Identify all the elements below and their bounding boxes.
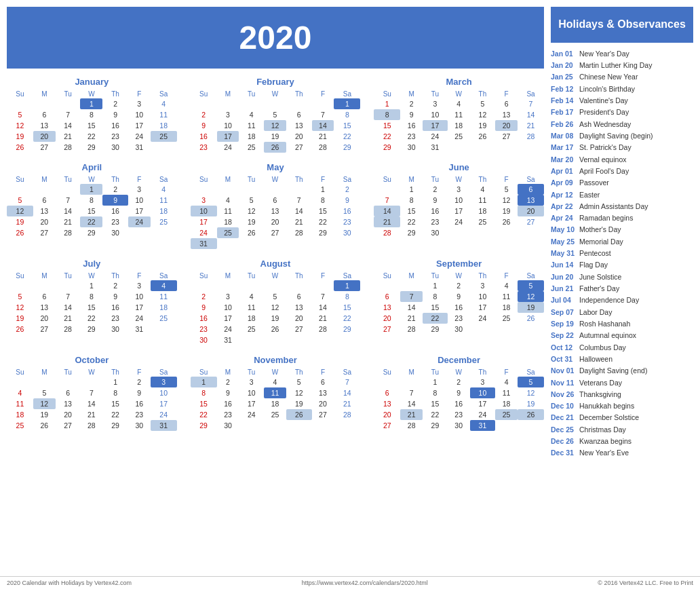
calendar-day: 18	[470, 206, 496, 216]
holiday-row: Jan 01New Year's Day	[551, 48, 693, 60]
month-title: January	[7, 77, 177, 87]
calendar-day: 14	[518, 109, 544, 120]
calendar-day: 30	[102, 142, 128, 153]
calendar-day: 2	[102, 184, 128, 195]
calendar-day: 26	[264, 142, 286, 153]
month-table: SuMTuWThFSa12345678910111213141516171819…	[191, 90, 361, 153]
day-header: Sa	[518, 271, 544, 280]
calendar-day: 28	[56, 142, 81, 153]
calendar-day: 8	[334, 109, 360, 120]
calendar-day: 4	[239, 291, 264, 302]
day-header: M	[33, 90, 56, 98]
holiday-name: Father's Day	[579, 283, 619, 294]
month-title: September	[374, 259, 544, 269]
calendar-day: 5	[7, 291, 33, 302]
calendar-day: 30	[102, 227, 128, 238]
calendar-day: 15	[334, 302, 360, 313]
calendar-day: 7	[374, 195, 400, 206]
holiday-name: New Year's Eve	[579, 447, 629, 459]
holiday-name: Pentecost	[579, 248, 611, 259]
calendar-day: 12	[518, 387, 544, 398]
calendar-section: 2020 JanuarySuMTuWThFSa12345678910111213…	[7, 7, 544, 569]
day-header: W	[264, 90, 286, 98]
footer-center: https://www.vertex42.com/calendars/2020.…	[302, 580, 428, 586]
month-table: SuMTuWThFSa12345678910111213141516171819…	[7, 368, 177, 431]
calendar-day: 2	[448, 377, 470, 387]
calendar-day	[151, 324, 177, 335]
month-title: March	[374, 77, 544, 87]
calendar-day	[191, 280, 217, 291]
holiday-date: Nov 01	[551, 365, 577, 377]
calendar-day: 8	[423, 387, 448, 398]
day-header: Th	[102, 175, 128, 184]
calendar-day: 3	[217, 291, 239, 302]
calendar-day: 14	[334, 387, 360, 398]
calendar-day: 14	[80, 398, 102, 409]
calendar-day: 7	[312, 109, 334, 120]
day-header: W	[264, 368, 286, 377]
calendar-day: 10	[151, 387, 177, 398]
calendar-day: 31	[217, 335, 239, 345]
holiday-name: Ash Wednesday	[579, 119, 631, 130]
holiday-date: Sep 22	[551, 330, 577, 341]
calendar-day: 26	[239, 227, 264, 238]
holiday-date: Dec 31	[551, 447, 577, 459]
month-table: SuMTuWThFSa12345678910111213141516171819…	[7, 175, 177, 238]
day-header: F	[495, 368, 518, 377]
calendar-day: 11	[495, 291, 518, 302]
calendar-day: 3	[470, 377, 496, 387]
holiday-date: Dec 21	[551, 412, 577, 423]
holiday-row: Feb 14Valentine's Day	[551, 95, 693, 107]
calendar-day: 25	[495, 313, 518, 324]
month-table: SuMTuWThFSa12345678910111213141516171819…	[191, 271, 361, 345]
calendar-day: 25	[239, 142, 264, 153]
calendar-day	[518, 142, 544, 153]
calendar-day	[56, 98, 81, 109]
calendar-day: 7	[400, 387, 423, 398]
holiday-name: Independence Day	[579, 294, 639, 306]
holiday-row: Jun 14Flag Day	[551, 259, 693, 271]
calendar-day: 25	[151, 216, 177, 227]
holiday-date: Feb 17	[551, 107, 577, 118]
calendar-day: 18	[495, 302, 518, 313]
calendar-day	[191, 184, 217, 195]
calendar-day: 20	[286, 313, 312, 324]
holiday-date: Jan 20	[551, 60, 577, 71]
calendar-day: 31	[423, 142, 448, 153]
calendar-day: 8	[423, 291, 448, 302]
calendar-day: 20	[286, 131, 312, 142]
holiday-date: Dec 25	[551, 424, 577, 436]
calendar-day	[191, 98, 217, 109]
holiday-date: Apr 09	[551, 177, 577, 189]
calendar-day: 5	[7, 195, 33, 206]
calendar-day	[7, 98, 33, 109]
day-header: W	[448, 368, 470, 377]
calendar-day: 27	[312, 409, 334, 420]
calendar-day	[312, 280, 334, 291]
calendar-day: 26	[264, 324, 286, 335]
calendar-day: 1	[423, 377, 448, 387]
calendar-day: 24	[217, 324, 239, 335]
calendar-day: 8	[80, 109, 102, 120]
day-header: M	[33, 368, 56, 377]
calendar-day: 18	[151, 206, 177, 216]
calendar-day: 11	[7, 398, 33, 409]
calendar-day: 15	[400, 206, 423, 216]
holiday-date: May 10	[551, 224, 577, 235]
day-header: W	[264, 271, 286, 280]
calendar-day: 30	[423, 227, 448, 238]
calendar-day: 25	[239, 324, 264, 335]
calendar-day	[286, 184, 312, 195]
month-april: AprilSuMTuWThFSa123456789101112131415161…	[7, 162, 177, 249]
month-table: SuMTuWThFSa12345678910111213141516171819…	[7, 90, 177, 153]
holiday-name: Vernal equinox	[579, 154, 626, 166]
calendar-day: 17	[191, 216, 217, 227]
holiday-date: Oct 12	[551, 342, 577, 354]
calendar-day: 28	[286, 227, 312, 238]
holiday-name: Autumnal equinox	[579, 330, 636, 341]
holiday-row: Mar 08Daylight Saving (begin)	[551, 130, 693, 142]
calendar-day: 1	[334, 280, 360, 291]
calendar-day	[217, 280, 239, 291]
calendar-day: 14	[312, 120, 334, 131]
calendar-day: 23	[191, 142, 217, 153]
